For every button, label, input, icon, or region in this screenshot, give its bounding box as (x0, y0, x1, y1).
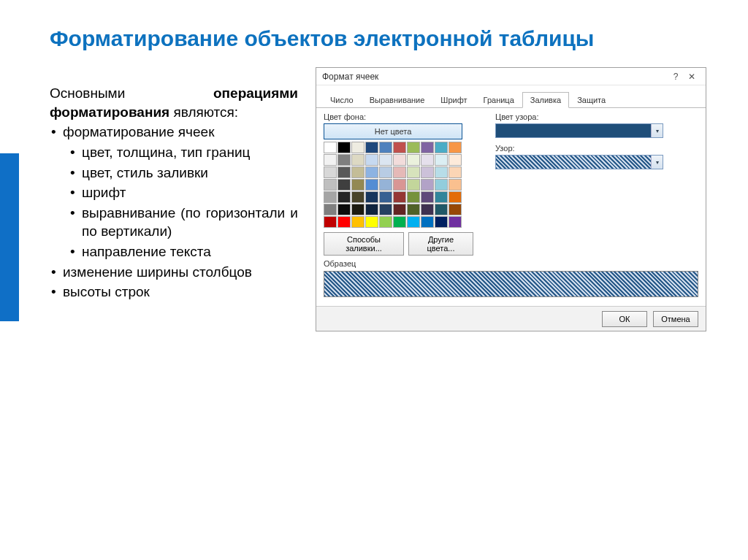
color-swatch[interactable] (324, 154, 337, 166)
color-swatch[interactable] (365, 204, 378, 215)
color-swatch[interactable] (365, 142, 378, 153)
close-icon[interactable]: ✕ (684, 72, 700, 82)
more-colors-button[interactable]: Другие цвета... (408, 232, 473, 256)
color-swatch[interactable] (324, 179, 337, 191)
color-swatch[interactable] (351, 179, 365, 191)
dialog-title: Формат ячеек (322, 72, 668, 82)
color-swatch[interactable] (435, 142, 448, 153)
color-swatch[interactable] (337, 142, 351, 153)
color-swatch[interactable] (337, 154, 351, 166)
help-icon[interactable]: ? (668, 72, 684, 82)
color-swatch[interactable] (365, 179, 378, 191)
color-swatch[interactable] (351, 191, 365, 203)
bullet-l2: выравнивание (по горизонтали и по вертик… (50, 204, 298, 241)
tab-protection[interactable]: Защита (569, 92, 614, 108)
color-swatch[interactable] (379, 166, 392, 178)
color-swatch[interactable] (449, 142, 462, 153)
color-swatch[interactable] (337, 191, 351, 203)
color-swatch[interactable] (379, 204, 392, 215)
color-swatch[interactable] (449, 191, 462, 203)
color-swatch[interactable] (379, 154, 392, 166)
color-swatch[interactable] (407, 204, 420, 215)
bullet-l1: высоты строк (50, 283, 298, 302)
color-swatch[interactable] (393, 166, 406, 178)
tab-alignment[interactable]: Выравнивание (362, 92, 433, 108)
color-swatch[interactable] (337, 166, 351, 178)
sample-section: Образец (324, 259, 698, 297)
color-swatch[interactable] (435, 154, 448, 166)
color-swatch[interactable] (365, 154, 378, 166)
dialog-body: Цвет фона: Нет цвета Способы заливки... … (316, 108, 706, 260)
pattern-dropdown[interactable]: ▾ (495, 155, 663, 169)
color-swatch[interactable] (421, 216, 434, 228)
color-swatch[interactable] (421, 166, 434, 178)
tab-number[interactable]: Число (322, 92, 362, 108)
color-swatch[interactable] (393, 142, 406, 153)
color-swatch[interactable] (421, 191, 434, 203)
bullet-l1: форматирование ячеек (50, 123, 298, 142)
color-swatch[interactable] (407, 179, 420, 191)
color-swatch[interactable] (379, 216, 392, 228)
color-swatch[interactable] (435, 191, 448, 203)
color-swatch[interactable] (365, 216, 378, 228)
color-swatch[interactable] (393, 204, 406, 215)
cancel-button[interactable]: Отмена (653, 311, 698, 327)
slide-title: Форматирование объектов электронной табл… (50, 26, 594, 51)
color-swatch[interactable] (421, 142, 434, 153)
sample-preview (324, 271, 698, 297)
color-swatch[interactable] (435, 204, 448, 215)
color-swatch[interactable] (449, 166, 462, 178)
tab-font[interactable]: Шрифт (432, 92, 475, 108)
color-swatch[interactable] (379, 142, 392, 153)
color-swatch[interactable] (393, 154, 406, 166)
color-swatch[interactable] (393, 216, 406, 228)
color-swatch[interactable] (337, 179, 351, 191)
intro-text: Основными (50, 85, 213, 101)
color-swatch[interactable] (337, 216, 351, 228)
color-swatch[interactable] (407, 166, 420, 178)
color-swatch[interactable] (324, 204, 337, 215)
color-swatch[interactable] (449, 179, 462, 191)
color-swatch[interactable] (324, 142, 337, 153)
color-swatch[interactable] (337, 204, 351, 215)
color-swatch[interactable] (407, 191, 420, 203)
color-swatch[interactable] (407, 154, 420, 166)
color-swatch[interactable] (324, 216, 337, 228)
color-swatch[interactable] (365, 166, 378, 178)
tab-fill[interactable]: Заливка (522, 92, 569, 108)
fill-effects-button[interactable]: Способы заливки... (324, 232, 404, 256)
color-swatch[interactable] (351, 166, 365, 178)
color-swatch[interactable] (393, 191, 406, 203)
color-swatch[interactable] (324, 191, 337, 203)
color-swatch[interactable] (421, 154, 434, 166)
color-swatch[interactable] (421, 204, 434, 215)
dialog-titlebar[interactable]: Формат ячеек ? ✕ (316, 68, 706, 85)
color-swatch[interactable] (351, 154, 365, 166)
color-swatch[interactable] (351, 142, 365, 153)
color-swatch[interactable] (393, 179, 406, 191)
bullet-l1: изменение ширины столбцов (50, 263, 298, 282)
pattern-label: Узор: (495, 144, 698, 153)
color-swatch[interactable] (379, 179, 392, 191)
dialog-buttons: ОК Отмена (316, 306, 706, 331)
pattern-color-dropdown[interactable]: ▾ (495, 123, 663, 138)
color-swatch[interactable] (379, 191, 392, 203)
color-swatch[interactable] (449, 216, 462, 228)
color-swatch[interactable] (351, 216, 365, 228)
color-swatch[interactable] (449, 154, 462, 166)
color-swatch[interactable] (449, 204, 462, 215)
color-swatch[interactable] (351, 204, 365, 215)
color-swatch[interactable] (435, 166, 448, 178)
color-swatch[interactable] (407, 142, 420, 153)
color-swatch[interactable] (421, 179, 434, 191)
bullet-l2: шрифт (50, 183, 298, 202)
color-swatch[interactable] (407, 216, 420, 228)
ok-button[interactable]: ОК (602, 311, 647, 327)
tab-border[interactable]: Граница (476, 92, 522, 108)
color-swatch[interactable] (324, 166, 337, 178)
color-swatch[interactable] (365, 191, 378, 203)
no-color-button[interactable]: Нет цвета (324, 123, 462, 139)
intro-paragraph: Основными операциями форматирования явля… (50, 84, 298, 121)
color-swatch[interactable] (435, 179, 448, 191)
color-swatch[interactable] (435, 216, 448, 228)
